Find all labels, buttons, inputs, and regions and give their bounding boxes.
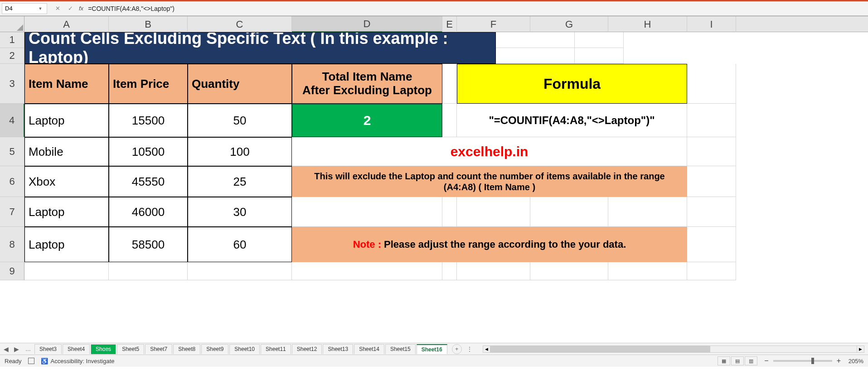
row-header-8[interactable]: 8 [0, 227, 24, 262]
cell-H1[interactable] [496, 32, 575, 48]
col-header-F[interactable]: F [457, 16, 530, 32]
zoom-level[interactable]: 205% [841, 358, 863, 365]
note-adjust-range[interactable]: Note : Please adjust the range according… [292, 227, 687, 262]
status-accessibility[interactable]: Accessibility: Investigate [51, 358, 115, 365]
cell-I1[interactable] [575, 32, 624, 48]
col-header-G[interactable]: G [530, 16, 608, 32]
cell-I2[interactable] [575, 48, 624, 64]
accept-formula-icon[interactable]: ✓ [66, 5, 74, 12]
header-item-price[interactable]: Item Price [109, 64, 188, 104]
cell-C8[interactable]: 60 [188, 227, 292, 262]
sheet-tab-sheet11[interactable]: Sheet11 [261, 344, 291, 354]
tab-more-icon[interactable]: … [25, 346, 31, 352]
sheet-tab-sheet13[interactable]: Sheet13 [323, 344, 353, 354]
header-quantity[interactable]: Quantity [188, 64, 292, 104]
col-header-C[interactable]: C [188, 16, 292, 32]
cell-I4[interactable] [687, 104, 736, 137]
view-normal-button[interactable]: ▦ [718, 356, 730, 365]
cell-A5[interactable]: Mobile [24, 137, 109, 166]
col-header-H[interactable]: H [608, 16, 687, 32]
col-header-E[interactable]: E [442, 16, 457, 32]
sheet-tab-sheet9[interactable]: Sheet9 [201, 344, 228, 354]
cell-I8[interactable] [687, 227, 736, 262]
sheet-tab-sheet3[interactable]: Sheet3 [34, 344, 62, 354]
cell-A7[interactable]: Laptop [24, 197, 109, 227]
cell-F7[interactable] [457, 197, 530, 227]
cell-B5[interactable]: 10500 [109, 137, 188, 166]
cell-A6[interactable]: Xbox [24, 166, 109, 197]
title-cell[interactable]: Count Cells Excluding Specific Text ( In… [24, 32, 496, 64]
cell-F9[interactable] [457, 262, 530, 280]
cancel-formula-icon[interactable]: ✕ [53, 5, 62, 12]
row-header-6[interactable]: 6 [0, 166, 24, 197]
cell-I5[interactable] [687, 137, 736, 166]
cell-C4[interactable]: 50 [188, 104, 292, 137]
cell-B9[interactable] [109, 262, 188, 280]
sheet-tab-sheet4[interactable]: Sheet4 [63, 344, 90, 354]
cell-E7[interactable] [442, 197, 457, 227]
col-header-B[interactable]: B [109, 16, 188, 32]
cell-C9[interactable] [188, 262, 292, 280]
header-item-name[interactable]: Item Name [24, 64, 109, 104]
cell-I6[interactable] [687, 166, 736, 197]
view-page-break-button[interactable]: ▥ [745, 356, 757, 365]
row-header-1[interactable]: 1 [0, 32, 24, 48]
cell-A4[interactable]: Laptop [24, 104, 109, 137]
fx-icon[interactable]: fx [79, 5, 83, 12]
cell-B4[interactable]: 15500 [109, 104, 188, 137]
row-header-7[interactable]: 7 [0, 197, 24, 227]
cell-E9[interactable] [442, 262, 457, 280]
cell-B7[interactable]: 46000 [109, 197, 188, 227]
cell-I3[interactable] [687, 64, 736, 104]
cell-E4[interactable] [442, 104, 457, 137]
col-header-D[interactable]: D [292, 16, 442, 32]
name-box-dropdown-icon[interactable]: ▼ [37, 6, 44, 11]
sheet-tab-sheet5[interactable]: Sheet5 [117, 344, 144, 354]
row-header-3[interactable]: 3 [0, 64, 24, 104]
col-header-A[interactable]: A [24, 16, 109, 32]
select-all-corner[interactable] [0, 16, 24, 32]
sheet-tab-sheet10[interactable]: Sheet10 [229, 344, 260, 354]
row-header-9[interactable]: 9 [0, 262, 24, 280]
cell-C7[interactable]: 30 [188, 197, 292, 227]
cell-G7[interactable] [530, 197, 608, 227]
header-total-item[interactable]: Total Item Name After Excluding Laptop [292, 64, 442, 104]
cell-formula-display[interactable]: "=COUNTIF(A4:A8,"<>Laptop")" [457, 104, 687, 137]
cell-G9[interactable] [530, 262, 608, 280]
sheet-tab-sheet7[interactable]: Sheet7 [145, 344, 172, 354]
accessibility-icon[interactable]: ♿ [41, 358, 48, 365]
col-header-I[interactable]: I [687, 16, 736, 32]
sheet-tab-sheet16[interactable]: Sheet16 [417, 344, 447, 354]
cell-D9[interactable] [292, 262, 442, 280]
tab-nav-arrows[interactable]: ◀ ▶ [4, 345, 22, 353]
sheet-tab-sheet12[interactable]: Sheet12 [292, 344, 322, 354]
cell-D7[interactable] [292, 197, 442, 227]
cell-E3[interactable] [442, 64, 457, 104]
sheet-tab-sheet14[interactable]: Sheet14 [354, 344, 384, 354]
cell-H2[interactable] [496, 48, 575, 64]
zoom-in-button[interactable]: + [837, 357, 841, 365]
note-description[interactable]: This will exclude the Laptop and count t… [292, 166, 687, 197]
cell-A9[interactable] [24, 262, 109, 280]
cell-B8[interactable]: 58500 [109, 227, 188, 262]
cell-H9[interactable] [608, 262, 687, 280]
row-header-5[interactable]: 5 [0, 137, 24, 166]
zoom-out-button[interactable]: − [764, 357, 768, 365]
cell-A8[interactable]: Laptop [24, 227, 109, 262]
sheet-tab-sheet15[interactable]: Sheet15 [385, 344, 416, 354]
cell-H7[interactable] [608, 197, 687, 227]
macro-record-icon[interactable] [28, 358, 34, 364]
cell-C6[interactable]: 25 [188, 166, 292, 197]
cell-I9[interactable] [687, 262, 736, 280]
horizontal-scrollbar[interactable]: ◀ ▶ [483, 345, 864, 353]
row-header-2[interactable]: 2 [0, 48, 24, 64]
add-sheet-button[interactable]: + [452, 344, 462, 354]
header-formula[interactable]: Formula [457, 64, 687, 104]
sheet-tab-shoes[interactable]: Shoes [91, 344, 116, 354]
view-page-layout-button[interactable]: ▤ [731, 356, 744, 365]
zoom-slider[interactable] [773, 360, 832, 362]
formula-input[interactable]: =COUNTIF(A4:A8,"<>Laptop") [88, 5, 866, 12]
cell-I7[interactable] [687, 197, 736, 227]
cell-D4-result[interactable]: 2 [292, 104, 442, 137]
cell-B6[interactable]: 45550 [109, 166, 188, 197]
